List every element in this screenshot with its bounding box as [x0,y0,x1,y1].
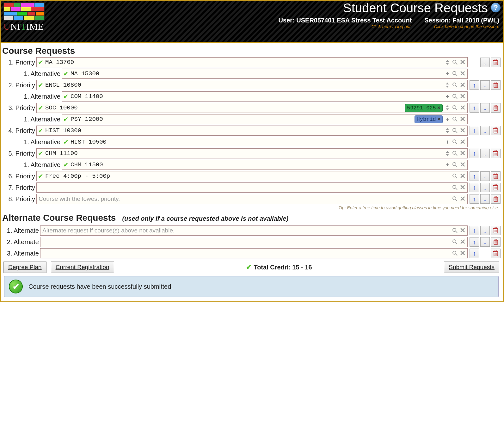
move-down-button[interactable]: ↓ [480,171,490,181]
move-up-button[interactable]: ↑ [470,194,479,204]
move-up-button[interactable]: ↑ [470,183,479,192]
move-up-button[interactable]: ↑ [470,226,479,235]
course-input[interactable]: ✕ [40,237,468,247]
move-up-button[interactable]: ↑ [470,126,479,135]
plus-icon[interactable]: + [444,139,451,145]
move-down-button[interactable]: ↓ [480,183,490,192]
clear-icon[interactable]: ✕ [459,127,466,134]
move-down-button[interactable]: ↓ [480,237,490,247]
course-input[interactable]: ✕ [36,182,468,193]
delete-button[interactable] [491,249,501,258]
logout-link[interactable]: Click here to log out. [279,24,412,29]
course-input[interactable]: ✔CHM 11500+✕ [62,160,468,170]
delete-button[interactable] [491,80,501,90]
degree-plan-button[interactable]: Degree Plan [3,262,46,273]
search-icon[interactable] [452,139,458,145]
sort-icon[interactable] [444,59,451,66]
search-icon[interactable] [452,127,458,134]
delete-button[interactable] [491,237,501,247]
move-up-button[interactable]: ↑ [470,149,479,158]
search-icon[interactable] [452,93,458,100]
course-input[interactable]: ✔COM 11400+✕ [62,91,468,102]
submit-requests-button[interactable]: Submit Requests [444,262,499,273]
change-session-link[interactable]: Click here to change the session. [424,24,499,29]
clear-icon[interactable]: ✕ [459,184,466,191]
chip-remove-icon[interactable]: × [437,116,440,122]
filter-chip[interactable]: Hybrid× [415,115,443,123]
search-icon[interactable] [452,238,458,245]
clear-icon[interactable]: ✕ [459,139,466,145]
move-down-button[interactable]: ↓ [480,80,490,90]
move-up-button[interactable]: ↑ [470,80,479,90]
clear-icon[interactable]: ✕ [459,195,466,202]
move-up-button[interactable]: ↑ [470,103,479,113]
plus-icon[interactable]: + [444,161,451,168]
course-input[interactable]: Course with the lowest priority.✕ [36,194,468,204]
search-icon[interactable] [452,70,458,77]
move-down-button[interactable]: ↓ [480,149,490,158]
delete-button[interactable] [491,194,501,204]
clear-icon[interactable]: ✕ [459,93,466,100]
course-input[interactable]: ✔PSY 12000Hybrid×+✕ [62,114,468,124]
clear-icon[interactable]: ✕ [459,173,466,180]
delete-button[interactable] [491,103,501,113]
delete-button[interactable] [491,126,501,135]
move-down-button[interactable]: ↓ [480,126,490,135]
clear-icon[interactable]: ✕ [459,150,466,157]
plus-icon[interactable]: + [444,70,451,77]
delete-button[interactable] [491,171,501,181]
move-down-button[interactable]: ↓ [480,194,490,204]
sort-icon[interactable] [444,150,451,157]
course-input[interactable]: ✕ [40,248,468,258]
chip-remove-icon[interactable]: × [437,105,440,111]
plus-icon[interactable]: + [444,116,451,123]
filter-chip[interactable]: 59291-025× [405,104,443,112]
sort-icon[interactable] [444,127,451,134]
current-registration-button[interactable]: Current Registration [51,262,114,273]
course-input[interactable]: Alternate request if course(s) above not… [40,225,468,236]
move-down-button[interactable]: ↓ [480,103,490,113]
clear-icon[interactable]: ✕ [459,250,466,257]
move-down-button[interactable]: ↓ [480,226,490,235]
course-input[interactable]: ✔SOC 1000059291-025×✕ [36,103,468,113]
search-icon[interactable] [452,250,458,257]
help-icon[interactable]: ? [491,3,501,12]
search-icon[interactable] [452,173,458,180]
search-icon[interactable] [452,161,458,168]
clear-icon[interactable]: ✕ [459,70,466,77]
search-icon[interactable] [452,227,458,234]
move-down-button[interactable]: ↓ [480,58,490,67]
search-icon[interactable] [452,150,458,157]
clear-icon[interactable]: ✕ [459,227,466,234]
clear-icon[interactable]: ✕ [459,238,466,245]
course-input[interactable]: ✔MA 15300+✕ [62,69,468,79]
move-up-button[interactable]: ↑ [470,171,479,181]
course-input[interactable]: ✔HIST 10300✕ [36,126,468,136]
clear-icon[interactable]: ✕ [459,104,466,111]
course-input[interactable]: ✔Free 4:00p - 5:00p✕ [36,171,468,181]
plus-icon[interactable]: + [444,93,451,100]
search-icon[interactable] [452,116,458,123]
logo[interactable]: UNITIME [3,2,45,32]
search-icon[interactable] [452,59,458,66]
search-icon[interactable] [452,184,458,191]
clear-icon[interactable]: ✕ [459,116,466,123]
search-icon[interactable] [452,195,458,202]
delete-button[interactable] [491,149,501,158]
course-input[interactable]: ✔CHM 11100✕ [36,148,468,158]
course-input[interactable]: ✔ENGL 10800✕ [36,80,468,90]
course-input[interactable]: ✔MA 13700✕ [36,57,468,67]
sort-icon[interactable] [444,82,451,89]
clear-icon[interactable]: ✕ [459,161,466,168]
clear-icon[interactable]: ✕ [459,82,466,89]
course-input[interactable]: ✔HIST 10500+✕ [62,137,468,147]
delete-button[interactable] [491,58,501,67]
move-up-button[interactable]: ↑ [470,249,479,258]
clear-icon[interactable]: ✕ [459,59,466,66]
search-icon[interactable] [452,82,458,89]
delete-button[interactable] [491,226,501,235]
move-up-button[interactable]: ↑ [470,237,479,247]
sort-icon[interactable] [444,104,451,111]
delete-button[interactable] [491,183,501,192]
search-icon[interactable] [452,104,458,111]
